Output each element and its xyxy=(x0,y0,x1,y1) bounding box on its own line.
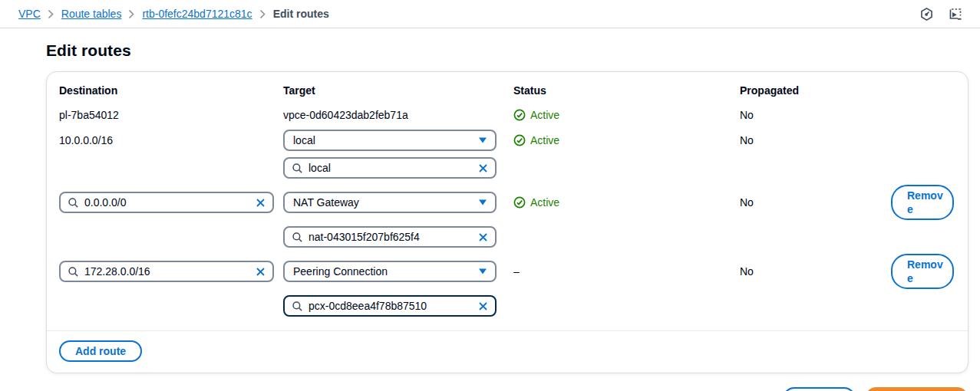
target-search-box[interactable] xyxy=(283,226,497,248)
propagated-value: No xyxy=(740,185,891,220)
search-icon xyxy=(292,301,303,312)
target-select[interactable]: NAT Gateway xyxy=(283,192,497,213)
column-target: Target xyxy=(283,84,513,97)
search-icon xyxy=(68,197,79,209)
preview-button[interactable]: Preview xyxy=(783,387,856,391)
caret-down-icon xyxy=(478,136,487,144)
column-destination: Destination xyxy=(59,84,283,97)
breadcrumb-current: Edit routes xyxy=(273,8,329,20)
check-circle-icon xyxy=(513,196,526,209)
route-row: NAT Gateway Active No Remove xyxy=(59,185,955,248)
search-icon xyxy=(68,266,79,278)
status-badge: Active xyxy=(513,134,559,146)
add-route-button[interactable]: Add route xyxy=(59,340,142,362)
propagated-value: No xyxy=(740,254,891,289)
search-icon xyxy=(292,163,303,174)
history-icon[interactable] xyxy=(919,7,934,21)
check-circle-icon xyxy=(513,134,526,146)
propagated-value: No xyxy=(740,107,891,123)
target-search-input[interactable] xyxy=(309,162,472,174)
remove-route-button[interactable]: Remove xyxy=(891,185,954,220)
status-badge: Active xyxy=(513,196,559,209)
check-circle-icon xyxy=(513,109,526,121)
destination-search-input[interactable] xyxy=(84,265,249,278)
breadcrumb-vpc[interactable]: VPC xyxy=(18,8,41,20)
clear-x-icon[interactable] xyxy=(255,197,266,209)
destination-search-input[interactable] xyxy=(84,196,249,209)
column-propagated: Propagated xyxy=(740,84,891,97)
route-row: 10.0.0.0/16 local Active No xyxy=(59,130,955,179)
clear-x-icon[interactable] xyxy=(477,301,489,312)
destination-value: pl-7ba54012 xyxy=(59,107,283,123)
chevron-right-icon xyxy=(259,9,266,19)
target-search-input[interactable] xyxy=(309,231,472,243)
destination-value: 10.0.0.0/16 xyxy=(59,130,283,151)
cloudshell-icon[interactable] xyxy=(948,6,963,21)
caret-down-icon xyxy=(478,199,487,206)
breadcrumb: VPC Route tables rtb-0fefc24bd7121c81c E… xyxy=(18,8,329,20)
form-actions: Cancel Preview Save changes xyxy=(0,387,968,391)
destination-search-box[interactable] xyxy=(59,261,274,282)
breadcrumb-route-table-id[interactable]: rtb-0fefc24bd7121c81c xyxy=(142,8,252,20)
target-search-box[interactable] xyxy=(283,157,497,179)
target-search-box-focused[interactable] xyxy=(283,295,497,317)
target-value: vpce-0d60423dab2feb71a xyxy=(283,107,513,123)
propagated-value: No xyxy=(740,130,891,151)
target-search-input[interactable] xyxy=(309,300,472,312)
page-title: Edit routes xyxy=(46,41,980,60)
status-badge: Active xyxy=(513,109,559,121)
clear-x-icon[interactable] xyxy=(477,232,489,243)
target-select-value: NAT Gateway xyxy=(293,196,478,209)
caret-down-icon xyxy=(478,268,487,275)
status-dash: – xyxy=(513,265,520,278)
chevron-right-icon xyxy=(128,9,135,19)
target-select[interactable]: Peering Connection xyxy=(283,261,497,282)
top-navigation-bar: VPC Route tables rtb-0fefc24bd7121c81c E… xyxy=(0,0,980,28)
target-select-value: local xyxy=(293,134,478,146)
chevron-right-icon xyxy=(48,9,54,19)
breadcrumb-route-tables[interactable]: Route tables xyxy=(61,8,122,20)
remove-route-button[interactable]: Remove xyxy=(891,254,954,289)
destination-search-box[interactable] xyxy=(59,192,274,213)
column-status: Status xyxy=(513,84,740,97)
save-changes-button[interactable]: Save changes xyxy=(865,387,968,391)
clear-x-icon[interactable] xyxy=(477,163,489,174)
route-row: Peering Connection – No Remove xyxy=(59,254,955,317)
clear-x-icon[interactable] xyxy=(255,266,266,278)
target-select-value: Peering Connection xyxy=(293,265,478,278)
routes-container: Destination Target Status Propagated pl-… xyxy=(46,71,968,373)
route-row: pl-7ba54012 vpce-0d60423dab2feb71a Activ… xyxy=(59,107,955,123)
search-icon xyxy=(292,232,303,243)
table-header: Destination Target Status Propagated xyxy=(59,84,955,97)
target-select[interactable]: local xyxy=(283,130,497,151)
